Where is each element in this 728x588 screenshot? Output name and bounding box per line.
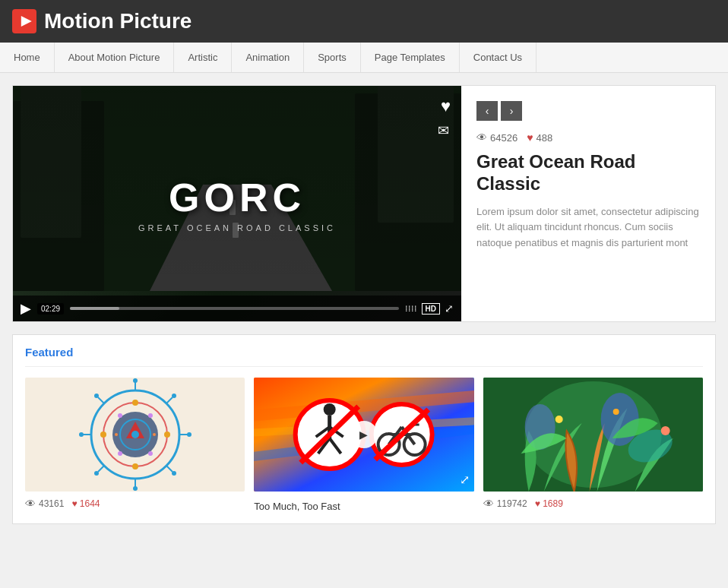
- svg-point-38: [148, 413, 153, 418]
- svg-point-36: [131, 431, 139, 438]
- nav-home[interactable]: Home: [0, 43, 55, 72]
- item3-views: 👁 119742: [483, 498, 527, 510]
- featured-thumb-3: [483, 378, 703, 492]
- video-description: Lorem ipsum dolor sit amet, consectetur …: [476, 204, 700, 251]
- video-controls: ▶ 02:29 ⁞⁞⁞⁞ HD ⤢: [13, 296, 461, 321]
- view-count-item: 👁 64526: [476, 131, 518, 144]
- featured-thumb-1: [25, 378, 245, 492]
- featured-item-1-stats: 👁 43161 ♥ 1644: [25, 498, 245, 510]
- featured-item-3[interactable]: 👁 119742 ♥ 1689: [483, 378, 703, 513]
- svg-point-71: [660, 426, 669, 435]
- progress-bar[interactable]: [70, 307, 399, 310]
- like-count-item: ♥ 488: [527, 131, 552, 144]
- featured-grid: 👁 43161 ♥ 1644: [25, 378, 703, 513]
- svg-point-69: [555, 416, 562, 423]
- featured-thumb-2: ▶ ⤢: [254, 378, 473, 492]
- nav-artistic[interactable]: Artistic: [174, 43, 232, 72]
- nav-contact[interactable]: Contact Us: [460, 43, 537, 72]
- main-content: GORC GREAT OCEAN ROAD CLASSIC ♥ ✉ ▶ 02:2…: [0, 73, 728, 536]
- nav-sports[interactable]: Sports: [304, 43, 361, 72]
- item1-likes: ♥ 1644: [71, 498, 100, 509]
- video-heart-button[interactable]: ♥: [441, 96, 451, 116]
- eye-icon: 👁: [476, 131, 487, 144]
- svg-point-31: [132, 463, 138, 469]
- like-count: 488: [536, 132, 552, 144]
- view-count: 64526: [490, 132, 518, 144]
- nav-about[interactable]: About Motion Picture: [55, 43, 175, 72]
- featured-video-row: GORC GREAT OCEAN ROAD CLASSIC ♥ ✉ ▶ 02:2…: [12, 85, 716, 322]
- svg-point-21: [133, 486, 138, 491]
- video-extra-controls: ⁞⁞⁞⁞ HD ⤢: [405, 302, 454, 315]
- featured-section: Featured: [12, 334, 716, 524]
- next-video-button[interactable]: ›: [501, 101, 522, 121]
- heart-icon-1: ♥: [71, 498, 79, 509]
- logo-icon: [12, 9, 36, 33]
- progress-fill: [70, 307, 119, 310]
- svg-point-33: [164, 432, 170, 438]
- green-art-svg: [483, 378, 703, 492]
- video-stats: 👁 64526 ♥ 488: [476, 131, 700, 144]
- item3-likes: ♥ 1689: [535, 498, 563, 509]
- hd-badge: HD: [422, 303, 440, 315]
- play-button[interactable]: ▶: [21, 300, 31, 317]
- svg-point-23: [187, 432, 191, 437]
- svg-point-20: [133, 378, 138, 383]
- site-header: Motion Picture: [0, 0, 728, 43]
- play-overlay[interactable]: ▶: [350, 421, 378, 448]
- svg-point-22: [79, 432, 84, 437]
- featured-video-title: Great Ocean Road Classic: [476, 151, 700, 195]
- fullscreen-button[interactable]: ⤢: [445, 302, 454, 315]
- mandala-svg: [71, 378, 200, 492]
- nav-animation[interactable]: Animation: [232, 43, 304, 72]
- main-nav: Home About Motion Picture Artistic Anima…: [0, 43, 728, 73]
- svg-point-42: [153, 433, 156, 436]
- svg-point-25: [172, 394, 176, 398]
- gorc-subtitle: GREAT OCEAN ROAD CLASSIC: [138, 223, 336, 232]
- nav-page-templates[interactable]: Page Templates: [361, 43, 460, 72]
- svg-point-27: [172, 471, 176, 476]
- video-title-overlay: GORC GREAT OCEAN ROAD CLASSIC: [138, 175, 336, 232]
- logo-text: Motion Picture: [44, 9, 191, 33]
- video-info-panel: ‹ › 👁 64526 ♥ 488 Great Ocean Road Class…: [461, 86, 715, 321]
- featured-item-1[interactable]: 👁 43161 ♥ 1644: [25, 378, 245, 513]
- heart-icon: ♥: [527, 131, 533, 144]
- video-background: GORC GREAT OCEAN ROAD CLASSIC: [13, 86, 461, 321]
- featured-item-2[interactable]: ▶ ⤢ Too Much, Too Fast: [254, 378, 473, 513]
- heart-icon-3: ♥: [535, 498, 543, 509]
- eye-icon-3: 👁: [483, 498, 494, 510]
- eye-icon-1: 👁: [25, 498, 36, 510]
- svg-point-49: [324, 403, 336, 416]
- featured-label: Featured: [25, 346, 703, 367]
- bars-icon: ⁞⁞⁞⁞: [405, 304, 417, 314]
- svg-point-26: [94, 471, 99, 476]
- prev-video-button[interactable]: ‹: [476, 101, 498, 121]
- svg-point-41: [115, 433, 118, 436]
- video-player[interactable]: GORC GREAT OCEAN ROAD CLASSIC ♥ ✉ ▶ 02:2…: [13, 86, 461, 321]
- video-nav-buttons: ‹ ›: [476, 101, 700, 121]
- video-time: 02:29: [37, 303, 64, 315]
- svg-point-24: [94, 394, 99, 398]
- featured-item-3-stats: 👁 119742 ♥ 1689: [483, 498, 703, 510]
- svg-point-37: [118, 413, 122, 418]
- svg-point-70: [612, 409, 619, 415]
- item1-views: 👁 43161: [25, 498, 64, 510]
- svg-point-30: [132, 400, 138, 406]
- gorc-text: GORC: [138, 175, 336, 220]
- svg-point-39: [118, 451, 122, 456]
- svg-point-40: [148, 451, 153, 456]
- video-share-button[interactable]: ✉: [438, 122, 449, 139]
- fullscreen-icon[interactable]: ⤢: [460, 473, 470, 487]
- svg-point-32: [100, 432, 106, 438]
- featured-item-2-title: Too Much, Too Fast: [254, 501, 473, 512]
